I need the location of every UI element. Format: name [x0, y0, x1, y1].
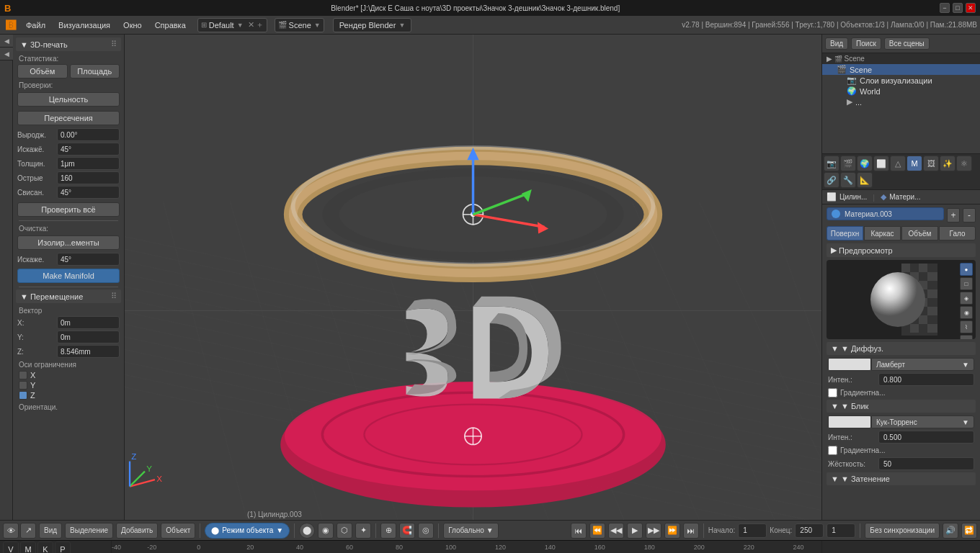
next-keyframe-btn[interactable]: ▶▶ — [646, 523, 662, 539]
timeline-marker-btn[interactable]: M — [20, 541, 36, 554]
intersection-button[interactable]: Пересечения — [17, 111, 120, 125]
next-frame-btn[interactable]: ⏩ — [664, 523, 680, 539]
specular-color-swatch[interactable] — [828, 415, 871, 428]
wire-shading-btn[interactable]: ◉ — [318, 523, 334, 539]
timeline-frame-btn[interactable]: K — [37, 541, 53, 554]
integrity-button[interactable]: Цельность — [17, 92, 120, 107]
distortion-value[interactable]: 0.00° — [57, 128, 120, 141]
axis-x-row[interactable]: X — [16, 370, 121, 380]
menu-file[interactable]: Файл — [20, 19, 51, 31]
preview-plane-btn[interactable]: □ — [960, 277, 973, 290]
add-menu-button[interactable]: Добавить — [116, 523, 158, 539]
prop-icon-particles[interactable]: ✨ — [940, 156, 956, 171]
prop-icon-physics[interactable]: ⚛ — [956, 156, 972, 171]
axis-y-checkbox[interactable] — [19, 381, 27, 390]
preview-sphere-btn[interactable]: ● — [960, 263, 973, 276]
start-frame-btn[interactable]: ⏮ — [571, 523, 587, 539]
end-frame-btn[interactable]: ⏭ — [683, 523, 699, 539]
sharp-value[interactable]: 160 — [57, 171, 120, 184]
all-scenes-button[interactable]: Все сцены — [884, 37, 930, 50]
menu-help[interactable]: Справка — [149, 19, 192, 31]
outliner-item-world[interactable]: 🌍 World — [822, 86, 980, 96]
prop-icon-texture[interactable]: 🖼 — [923, 156, 939, 171]
sync-button[interactable]: Без синхронизации — [865, 523, 940, 539]
prop-icon-constraints[interactable]: 🔗 — [824, 172, 839, 188]
loop-btn[interactable]: 🔁 — [961, 523, 977, 539]
texture-shading-btn[interactable]: ⬡ — [337, 523, 352, 539]
prop-icon-world[interactable]: 🌍 — [857, 156, 873, 171]
prop-icon-modifiers[interactable]: 🔧 — [840, 172, 856, 188]
scene-selector[interactable]: 🎬 Scene ▼ — [275, 18, 324, 32]
prop-icon-object[interactable]: ⬜ — [873, 156, 889, 171]
x-value[interactable]: 0m — [57, 316, 120, 329]
prop-icon-data[interactable]: 📐 — [857, 172, 873, 188]
tab-wireframe[interactable]: Каркас — [864, 226, 901, 240]
prev-keyframe-btn[interactable]: ◀◀ — [608, 523, 624, 539]
panel-header-transform[interactable]: ▼ Перемещение ⠿ — [16, 289, 121, 303]
toolbar-select-icon[interactable]: ↗ — [20, 523, 36, 539]
skew-value[interactable]: 45° — [57, 143, 120, 156]
viewport[interactable]: Польз.-орто Meters x 0.01 — [125, 35, 821, 520]
outliner-item-objects[interactable]: ▶ ... — [822, 96, 980, 107]
timeline-ruler[interactable]: -40 -20 0 20 40 60 80 100 120 140 160 18… — [112, 541, 821, 553]
snap-btn[interactable]: 🧲 — [399, 523, 415, 539]
z-value[interactable]: 8.546mm — [57, 345, 120, 358]
prev-frame-btn[interactable]: ⏪ — [589, 523, 605, 539]
diffuse-section-header[interactable]: ▼ ▼ Диффуз. — [827, 342, 976, 355]
tab-volume[interactable]: Объём — [901, 226, 938, 240]
menu-window[interactable]: Окно — [117, 19, 148, 31]
hardness-value[interactable]: 50 — [878, 457, 974, 470]
engine-selector[interactable]: Рендер Blender ▼ — [333, 18, 412, 32]
isolate-button[interactable]: Изолир...ементы — [17, 235, 120, 250]
axis-z-checkbox[interactable] — [19, 391, 27, 400]
panel-header-print[interactable]: ▼ 3D-печать ⠿ — [16, 37, 121, 51]
preview-monkey-btn[interactable]: ◉ — [960, 306, 973, 319]
proportional-btn[interactable]: ◎ — [418, 523, 434, 539]
outliner-item-render-layers[interactable]: 📷 Слои визуализации — [822, 75, 980, 86]
material-selector[interactable]: Материал.003 — [827, 207, 944, 220]
specular-intensity-value[interactable]: 0.500 — [878, 431, 974, 444]
start-frame-input[interactable]: 1 — [738, 523, 767, 538]
select-menu-button[interactable]: Выделение — [65, 523, 113, 539]
play-btn[interactable]: ▶ — [627, 523, 643, 539]
axis-y-row[interactable]: Y — [16, 380, 121, 390]
diffuse-color-swatch[interactable] — [828, 358, 871, 371]
axis-x-checkbox[interactable] — [19, 371, 27, 379]
close-button[interactable]: ✕ — [966, 3, 976, 13]
preview-sky-btn[interactable]: ☁ — [960, 335, 973, 339]
axis-z-row[interactable]: Z — [16, 390, 121, 400]
toolbar-view-icon[interactable]: 👁 — [3, 523, 19, 539]
make-manifold-button[interactable]: Make Manifold — [17, 269, 120, 283]
diffuse-gradient-checkbox[interactable] — [828, 388, 837, 397]
minimize-button[interactable]: − — [940, 3, 950, 13]
view-menu-button[interactable]: Вид — [39, 523, 62, 539]
global-pivot-button[interactable]: Глобально ▼ — [443, 523, 498, 539]
manipulator-btn[interactable]: ⊕ — [380, 523, 396, 539]
preview-cube-btn[interactable]: ◈ — [960, 292, 973, 305]
prop-icon-scene[interactable]: 🎬 — [840, 156, 856, 171]
y-value[interactable]: 0m — [57, 331, 120, 343]
mode-selector-button[interactable]: ⬤ Режим объекта ▼ — [205, 523, 290, 539]
audio-btn[interactable]: 🔊 — [943, 523, 958, 539]
mini-btn-2[interactable]: ◀ — [0, 48, 13, 60]
tab-surface[interactable]: Поверхн — [827, 226, 863, 240]
check-all-button[interactable]: Проверить всё — [17, 202, 120, 217]
tab-halo[interactable]: Гало — [939, 226, 976, 240]
timeline-play-btn[interactable]: P — [55, 541, 71, 554]
prop-icon-mesh[interactable]: △ — [890, 156, 906, 171]
prop-icon-material[interactable]: M — [906, 156, 922, 171]
diffuse-shader-dropdown[interactable]: Ламберт ▼ — [871, 358, 974, 371]
shading-section-header[interactable]: ▼ ▼ Затенение — [827, 472, 976, 485]
thickness-value[interactable]: 1μm — [57, 157, 120, 170]
prop-icon-render[interactable]: 📷 — [824, 156, 839, 171]
preview-section-header[interactable]: ▶ Предпросмотр — [827, 243, 976, 257]
specular-gradient-checkbox[interactable] — [828, 446, 837, 455]
menu-render[interactable]: Визуализация — [53, 19, 116, 31]
material-remove-button[interactable]: - — [963, 208, 976, 222]
overhang-value[interactable]: 45° — [57, 186, 120, 199]
mini-btn-1[interactable]: ◀ — [0, 35, 13, 48]
isolate-skew-value[interactable]: 45° — [57, 253, 120, 266]
timeline-view-btn[interactable]: V — [3, 541, 19, 554]
diffuse-intensity-value[interactable]: 0.800 — [878, 373, 974, 386]
render-shading-btn[interactable]: ✦ — [355, 523, 371, 539]
